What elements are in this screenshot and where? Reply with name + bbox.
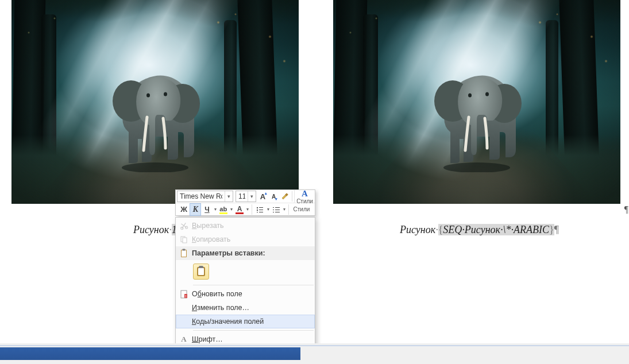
scissors-icon (175, 218, 193, 234)
chevron-down-icon[interactable]: ▾ (225, 191, 233, 202)
pilcrow-icon: ¶ (624, 204, 628, 215)
font-size-combo[interactable]: ▾ (236, 191, 256, 202)
caption-right[interactable]: Рисунок·{SEQ·Рисунок·\*·ARABIC}¶ (400, 224, 559, 236)
update-field-icon: ! (176, 287, 192, 301)
paste-keep-source-button[interactable] (193, 264, 209, 280)
menu-cut[interactable]: ВВырезатьырезать (176, 219, 315, 233)
elephant-illustration (419, 63, 534, 172)
svg-point-7 (468, 94, 472, 98)
left-pane: ¶ (11, 0, 299, 204)
menu-copy[interactable]: Копировать (176, 233, 315, 246)
chevron-down-icon[interactable]: ▾ (245, 207, 250, 212)
menu-paste-options-header: Параметры вставки: (176, 246, 315, 260)
menu-toggle-field-codes[interactable]: Коды/значения полей (176, 315, 315, 328)
caption-prefix-right: Рисунок (400, 224, 435, 235)
paste-options-row (176, 260, 315, 283)
copy-icon (176, 233, 192, 246)
clipboard-icon (197, 267, 205, 276)
chevron-down-icon[interactable]: ▾ (248, 191, 256, 202)
svg-rect-14 (183, 238, 187, 243)
svg-point-4 (122, 162, 188, 172)
context-menu: ВВырезатьырезать Копировать Параметры вс… (175, 217, 315, 362)
blank-icon (176, 315, 192, 328)
svg-point-9 (443, 162, 510, 172)
right-pane: ¶ (333, 0, 620, 204)
svg-text:!: ! (186, 294, 187, 297)
font-color-button[interactable]: A (234, 204, 245, 215)
svg-rect-17 (183, 249, 186, 251)
numbering-button[interactable] (271, 204, 281, 215)
blank-icon (176, 301, 192, 315)
svg-rect-16 (182, 250, 186, 257)
svg-point-8 (485, 92, 489, 96)
highlight-color-button[interactable]: ab (218, 204, 229, 215)
chevron-down-icon[interactable]: ▾ (213, 207, 218, 212)
chevron-down-icon[interactable]: ▾ (282, 207, 287, 212)
font-name-combo[interactable]: ▾ (177, 191, 233, 202)
elephant-illustration (98, 63, 213, 172)
format-painter-button[interactable] (280, 191, 290, 202)
grow-font-button[interactable]: A (258, 191, 268, 202)
underline-button[interactable]: Ч (202, 204, 212, 215)
bold-button[interactable]: Ж (179, 204, 189, 215)
clipboard-icon (176, 246, 192, 260)
italic-button[interactable]: К (190, 204, 200, 215)
font-size-input[interactable] (236, 192, 248, 200)
bottom-band (0, 343, 629, 364)
chevron-down-icon[interactable]: ▾ (229, 207, 234, 212)
bullets-button[interactable] (254, 204, 265, 215)
field-brace-close: } (549, 224, 554, 235)
styles-button[interactable]: A Стили (294, 190, 315, 203)
svg-point-11 (180, 227, 183, 230)
svg-point-2 (146, 94, 150, 98)
document-image-right[interactable] (333, 0, 620, 204)
chevron-down-icon[interactable]: ▾ (265, 207, 270, 212)
styles-button-2[interactable]: Стили (291, 203, 312, 215)
svg-point-12 (185, 226, 188, 229)
svg-point-3 (164, 92, 167, 96)
font-name-input[interactable] (177, 192, 225, 200)
document-image-left[interactable] (11, 0, 299, 204)
mini-toolbar: ▾ ▾ A A A Стили Ж К Ч ▾ ab ▾ A ▾ ▾ (175, 189, 315, 216)
shrink-font-button[interactable]: A (269, 191, 279, 202)
caption-left[interactable]: Рисунок·1¶ (133, 224, 182, 236)
field-code: SEQ·Рисунок·\*·ARABIC (443, 224, 549, 235)
menu-update-field[interactable]: ! Обновить поле (176, 287, 315, 301)
caption-prefix-left: Рисунок (133, 224, 169, 235)
menu-edit-field[interactable]: Изменить поле… (176, 301, 315, 315)
pilcrow-icon: ¶ (554, 224, 559, 235)
